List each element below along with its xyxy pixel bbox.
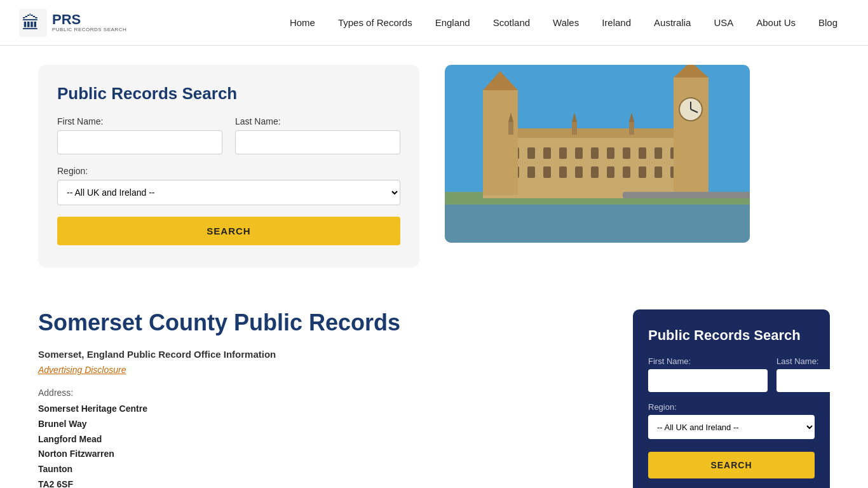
svg-rect-31 [483, 90, 518, 195]
address-line-5: Taunton [38, 462, 607, 477]
svg-rect-25 [591, 166, 599, 178]
sidebar-last-name-group: Last Name: [776, 356, 868, 392]
nav-wales[interactable]: Wales [541, 12, 590, 33]
svg-rect-40 [572, 122, 577, 135]
svg-rect-21 [527, 166, 535, 178]
svg-rect-23 [559, 166, 567, 178]
logo-link[interactable]: 🏛 PRS PUBLIC RECORDS SEARCH [19, 9, 126, 37]
sidebar-region-select[interactable]: -- All UK and Ireland -- England Scotlan… [648, 415, 815, 439]
address-label: Address: [38, 388, 607, 398]
svg-rect-14 [607, 147, 614, 159]
first-name-label: First Name: [57, 116, 222, 126]
sidebar-last-name-input[interactable] [776, 369, 868, 392]
svg-rect-42 [629, 122, 634, 135]
main-search-card: Public Records Search First Name: Last N… [38, 65, 419, 268]
region-select[interactable]: -- All UK and Ireland -- England Scotlan… [57, 180, 400, 205]
svg-text:🏛: 🏛 [22, 13, 39, 33]
sidebar-name-row: First Name: Last Name: [648, 356, 815, 392]
svg-rect-3 [445, 198, 750, 243]
svg-rect-11 [559, 147, 567, 159]
sidebar-search-title: Public Records Search [648, 327, 815, 344]
logo-abbr: PRS [52, 11, 81, 27]
name-row: First Name: Last Name: [57, 116, 400, 154]
region-group: Region: -- All UK and Ireland -- England… [57, 166, 400, 205]
lower-left: Somerset County Public Records Somerset,… [38, 309, 607, 488]
navbar: 🏛 PRS PUBLIC RECORDS SEARCH Home Types o… [0, 0, 868, 46]
nav-scotland[interactable]: Scotland [482, 12, 541, 33]
last-name-label: Last Name: [235, 116, 400, 126]
sidebar-last-name-label: Last Name: [776, 356, 868, 366]
sidebar-region-group: Region: -- All UK and Ireland -- England… [648, 402, 815, 439]
address-line-4: Norton Fitzwarren [38, 447, 607, 462]
svg-rect-22 [543, 166, 551, 178]
svg-rect-15 [623, 147, 630, 159]
hero-svg [445, 65, 750, 243]
sidebar-first-name-label: First Name: [648, 356, 768, 366]
svg-rect-29 [654, 166, 662, 178]
svg-rect-24 [575, 166, 583, 178]
nav-england[interactable]: England [424, 12, 482, 33]
nav-ireland[interactable]: Ireland [590, 12, 642, 33]
main-search-button[interactable]: SEARCH [57, 217, 400, 245]
region-label: Region: [57, 166, 400, 176]
sidebar-first-name-group: First Name: [648, 356, 768, 392]
logo-icon: 🏛 [19, 9, 47, 37]
svg-rect-33 [674, 78, 709, 195]
svg-rect-44 [623, 192, 750, 198]
first-name-input[interactable] [57, 130, 222, 154]
address-line-2: Brunel Way [38, 417, 607, 432]
advertising-link[interactable]: Advertising Disclosure [38, 365, 607, 375]
svg-rect-26 [607, 166, 614, 178]
first-name-group: First Name: [57, 116, 222, 154]
nav-home[interactable]: Home [278, 12, 327, 33]
svg-rect-10 [543, 147, 551, 159]
address-line-3: Langford Mead [38, 432, 607, 447]
nav-usa[interactable]: USA [702, 12, 745, 33]
nav-blog[interactable]: Blog [807, 12, 849, 33]
svg-rect-16 [639, 147, 646, 159]
logo-sub: PUBLIC RECORDS SEARCH [52, 27, 126, 32]
page-subtitle: Somerset, England Public Record Office I… [38, 349, 607, 360]
sidebar-search-button[interactable]: SEARCH [648, 452, 815, 478]
address-line-1: Somerset Heritage Centre [38, 402, 607, 417]
nav-links: Home Types of Records England Scotland W… [278, 12, 849, 33]
nav-types[interactable]: Types of Records [327, 12, 424, 33]
lower-section: Somerset County Public Records Somerset,… [0, 309, 868, 488]
svg-rect-13 [591, 147, 599, 159]
sidebar-first-name-input[interactable] [648, 369, 768, 392]
sidebar-search-card: Public Records Search First Name: Last N… [633, 309, 830, 488]
nav-about[interactable]: About Us [745, 12, 807, 33]
svg-rect-17 [654, 147, 662, 159]
svg-rect-28 [639, 166, 646, 178]
sidebar-region-label: Region: [648, 402, 815, 412]
svg-rect-9 [527, 147, 535, 159]
hero-image [445, 65, 750, 243]
lower-right: Public Records Search First Name: Last N… [633, 309, 830, 488]
svg-rect-27 [623, 166, 630, 178]
last-name-input[interactable] [235, 130, 400, 154]
top-left: Public Records Search First Name: Last N… [38, 65, 419, 290]
page-title: Somerset County Public Records [38, 309, 607, 336]
address-line-6: TA2 6SF [38, 477, 607, 488]
svg-rect-38 [508, 122, 513, 135]
main-search-title: Public Records Search [57, 84, 400, 104]
top-section: Public Records Search First Name: Last N… [0, 46, 868, 309]
last-name-group: Last Name: [235, 116, 400, 154]
top-right [445, 65, 830, 255]
nav-australia[interactable]: Australia [642, 12, 702, 33]
svg-rect-12 [575, 147, 583, 159]
address-block: Somerset Heritage Centre Brunel Way Lang… [38, 402, 607, 488]
